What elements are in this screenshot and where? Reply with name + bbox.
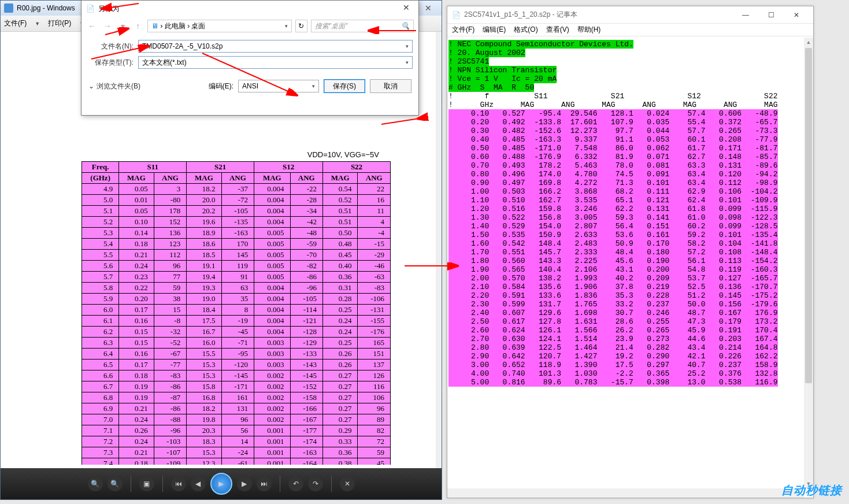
- table-cell: 20.2: [187, 206, 221, 217]
- th-ghz: (GHz): [82, 173, 119, 184]
- separator: [162, 476, 163, 492]
- menu-edit[interactable]: 编辑(E): [483, 25, 506, 35]
- table-cell: -32: [154, 327, 187, 338]
- save-form: 文件名(N): TMD0507-2A_-5_V10.s2p ▾ 保存类型(T):…: [81, 35, 418, 75]
- table-cell: 0.004: [254, 316, 290, 327]
- close-icon[interactable]: ✕: [399, 3, 414, 14]
- browse-folders-toggle[interactable]: ⌄ 浏览文件夹(B): [88, 81, 140, 91]
- table-cell: -105: [221, 206, 254, 217]
- search-input[interactable]: 搜索"桌面" 🔍: [311, 20, 414, 32]
- up-arrow-icon[interactable]: ↑: [132, 20, 144, 32]
- table-cell: 0.24: [119, 414, 154, 425]
- scroll-thumb[interactable]: [805, 48, 812, 383]
- chevron-down-icon[interactable]: ▾: [406, 60, 409, 65]
- table-cell: 82: [358, 425, 391, 436]
- sparam-table-area: VDD=10V, VGG=−5V Freq. S11 S21 S12 S22 (…: [81, 150, 391, 465]
- table-row: 5.30.1413618.9-1630.005-480.50-4: [82, 228, 391, 239]
- table-cell: 22: [358, 184, 391, 195]
- scrollbar-vertical[interactable]: [436, 32, 442, 468]
- prev-button[interactable]: ◀: [191, 476, 206, 491]
- table-cell: 165: [358, 338, 391, 349]
- save-button[interactable]: 保存(S): [324, 79, 365, 93]
- table-cell: -109: [154, 458, 187, 465]
- delete-button[interactable]: ✕: [340, 476, 355, 491]
- menu-view[interactable]: 查看(V): [546, 25, 569, 35]
- menu-file[interactable]: 文件(F): [452, 25, 474, 35]
- path-breadcrumb[interactable]: 🖥 › 此电脑 › 桌面 ▾: [147, 20, 292, 32]
- chevron-down-icon[interactable]: ▾: [406, 43, 409, 49]
- table-cell: -28: [290, 195, 323, 206]
- path-seg[interactable]: 此电脑: [165, 21, 186, 31]
- chevron-down-icon[interactable]: ▾: [285, 23, 288, 29]
- menu-format[interactable]: 格式(O): [514, 25, 537, 35]
- first-button[interactable]: ⏮: [171, 476, 186, 491]
- table-cell: 0.004: [254, 327, 290, 338]
- maximize-button[interactable]: ☐: [759, 8, 783, 23]
- search-icon: 🔍: [401, 22, 410, 30]
- table-cell: -86: [154, 403, 187, 414]
- close-button[interactable]: ✕: [784, 8, 809, 23]
- chevron-down-icon[interactable]: ▾: [117, 20, 129, 32]
- table-cell: 0.31: [323, 283, 358, 294]
- table-cell: -71: [221, 338, 254, 349]
- back-arrow-icon[interactable]: ←: [86, 20, 98, 32]
- table-cell: 151: [358, 349, 391, 360]
- pc-icon: 🖥: [151, 22, 158, 30]
- menu-file[interactable]: 文件(F): [4, 18, 27, 28]
- table-cell: -171: [221, 381, 254, 392]
- table-cell: -131: [358, 305, 391, 316]
- table-cell: 14: [221, 436, 254, 447]
- fit-button[interactable]: ▣: [139, 476, 154, 491]
- table-cell: 15: [154, 305, 187, 316]
- table-cell: 15.3: [187, 447, 221, 458]
- forward-arrow-icon[interactable]: →: [102, 20, 114, 32]
- notepad-content[interactable]: ! NEC Compound Semiconductor Devices Ltd…: [447, 38, 804, 488]
- table-cell: 38: [154, 294, 187, 305]
- chevron-down-icon: ▼: [35, 21, 40, 27]
- save-as-dialog: 📄 另存为 ✕ ← → ▾ ↑ 🖥 › 此电脑 › 桌面 ▾ ↻ 搜索"桌面" …: [81, 0, 419, 116]
- table-cell: -106: [358, 294, 391, 305]
- table-cell: -121: [290, 316, 323, 327]
- table-cell: 0.29: [323, 425, 358, 436]
- close-icon[interactable]: ✕: [418, 1, 439, 16]
- notepad-menubar: 文件(F) 编辑(E) 格式(O) 查看(V) 帮助(H): [447, 24, 813, 36]
- table-cell: 4: [358, 217, 391, 228]
- table-cell: 8: [221, 305, 254, 316]
- table-cell: 0.48: [323, 239, 358, 250]
- scrollbar-vertical[interactable]: ▲ ▼: [804, 38, 813, 488]
- save-pathbar: ← → ▾ ↑ 🖥 › 此电脑 › 桌面 ▾ ↻ 搜索"桌面" 🔍: [81, 17, 418, 35]
- refresh-button[interactable]: ↻: [295, 20, 307, 32]
- zoom-out-button[interactable]: 🔍: [88, 476, 103, 491]
- play-button[interactable]: ▶: [210, 473, 232, 495]
- rotate-ccw-button[interactable]: ↶: [288, 476, 303, 491]
- table-cell: -8: [154, 316, 187, 327]
- next-button[interactable]: ▶: [237, 476, 252, 491]
- notepad-title: 2SC5741v1_p1-5_1_20.s2p - 记事本: [464, 10, 577, 20]
- rotate-cw-button[interactable]: ↷: [308, 476, 323, 491]
- menu-print[interactable]: 打印(P): [48, 18, 71, 28]
- zoom-in-button[interactable]: 🔍: [107, 476, 123, 491]
- encoding-select[interactable]: ANSI ▾: [238, 80, 319, 92]
- filetype-field[interactable]: 文本文档(*.txt) ▾: [138, 56, 413, 69]
- scrollbar-horizontal[interactable]: [447, 488, 804, 498]
- table-row: 7.10.26-9620.3560.001-1770.2982: [82, 425, 391, 436]
- table-cell: 0.003: [254, 338, 290, 349]
- table-cell: -163: [221, 228, 254, 239]
- table-cell: 0.004: [254, 184, 290, 195]
- cancel-button[interactable]: 取消: [370, 79, 411, 93]
- table-row: 7.40.18-10912.3-610.001-1640.3845: [82, 458, 391, 465]
- filename-field[interactable]: TMD0507-2A_-5_V10.s2p ▾: [138, 40, 413, 53]
- table-cell: 0.004: [254, 305, 290, 316]
- scroll-up-icon[interactable]: ▲: [804, 38, 813, 47]
- path-seg[interactable]: 桌面: [191, 21, 205, 31]
- table-cell: 5.7: [82, 272, 119, 283]
- table-cell: 7.3: [82, 447, 119, 458]
- table-cell: 19.4: [187, 272, 221, 283]
- menu-help[interactable]: 帮助(H): [577, 25, 601, 35]
- table-cell: 7.2: [82, 436, 119, 447]
- scroll-track[interactable]: [804, 47, 813, 479]
- last-button[interactable]: ⏭: [257, 476, 272, 491]
- table-cell: -86: [154, 381, 187, 392]
- minimize-button[interactable]: —: [733, 8, 758, 23]
- table-cell: -19: [221, 316, 254, 327]
